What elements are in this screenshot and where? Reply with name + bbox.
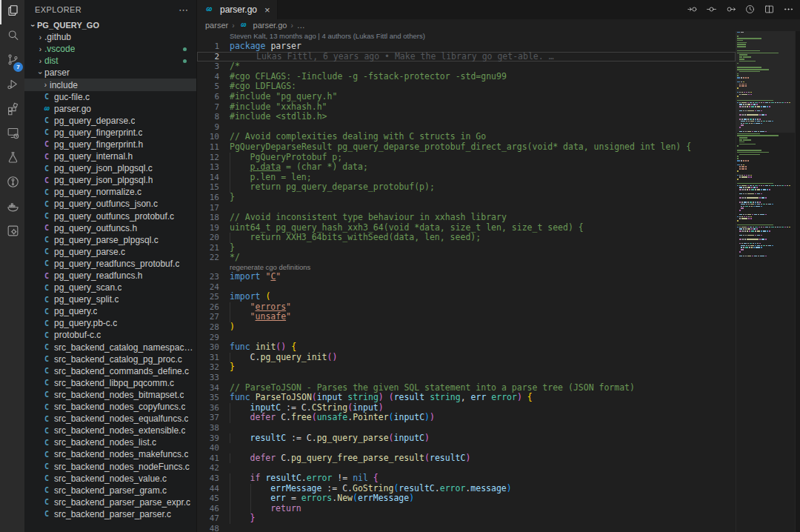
code-line-31[interactable]: 31C.pg_query_init() <box>197 353 736 363</box>
tree-item-src_backend_libpq_pqcomm.c[interactable]: Csrc_backend_libpq_pqcomm.c <box>24 377 196 389</box>
activity-item-testing[interactable] <box>0 147 24 171</box>
code-line-15[interactable]: 15return pg_query_deparse_protobuf(p); <box>197 182 736 193</box>
code-line-23[interactable]: 23import "C" <box>197 272 736 282</box>
open-changes-icon[interactable] <box>687 3 698 16</box>
code-line-24[interactable]: 24 <box>197 282 736 293</box>
tree-item-pg_query_scan.c[interactable]: Cpg_query_scan.c <box>24 282 196 293</box>
tree-item-src_backend_nodes_value.c[interactable]: Csrc_backend_nodes_value.c <box>24 473 196 485</box>
breadcrumb-item-…[interactable]: … <box>297 21 305 30</box>
tree-item-pg_query_deparse.c[interactable]: Cpg_query_deparse.c <box>24 115 196 127</box>
code-line-6[interactable]: 6#include "pg_query.h" <box>197 92 736 102</box>
code-line-48[interactable]: 48 <box>197 524 736 532</box>
tab-close-icon[interactable]: × <box>264 4 270 16</box>
tree-item-src_backend_parser_gram.c[interactable]: Csrc_backend_parser_gram.c <box>24 485 196 496</box>
breadcrumb-item-parser.go[interactable]: GOparser.go <box>239 21 287 30</box>
tree-item-src_backend_nodes_copyfuncs.c[interactable]: Csrc_backend_nodes_copyfuncs.c <box>24 401 196 413</box>
code-line-12[interactable]: 12PgQueryProtobuf p; <box>197 153 736 163</box>
tree-item-src_backend_catalog_pg_proc.c[interactable]: Csrc_backend_catalog_pg_proc.c <box>24 353 196 365</box>
activity-item-source-control[interactable]: 7 <box>0 49 24 73</box>
tree-item-dist[interactable]: ›dist <box>24 55 196 67</box>
toggle-blame-icon[interactable] <box>706 3 717 16</box>
tree-item-src_backend_nodes_equalfuncs.c[interactable]: Csrc_backend_nodes_equalfuncs.c <box>24 413 196 425</box>
tree-item-src_backend_parser_parse_expr.c[interactable]: Csrc_backend_parser_parse_expr.c <box>24 496 196 508</box>
code-line-34[interactable]: 34// ParseToJSON - Parses the given SQL … <box>197 383 736 393</box>
more-actions-icon[interactable] <box>783 3 794 16</box>
code-line-30[interactable]: 30func init() { <box>197 342 736 353</box>
code-line-38[interactable]: 38 <box>197 423 736 433</box>
activity-item-explorer[interactable] <box>0 0 24 24</box>
code-line-25[interactable]: 25import ( <box>197 292 736 302</box>
tree-item-protobuf-c.c[interactable]: Cprotobuf-c.c <box>24 329 196 341</box>
tree-item-pg_query_readfuncs.h[interactable]: Cpg_query_readfuncs.h <box>24 270 196 282</box>
code-line-16[interactable]: 16} <box>197 193 736 203</box>
code-line-33[interactable]: 33 <box>197 373 736 383</box>
code-line-18[interactable]: 18// Avoid inconsistent type behaviour i… <box>197 213 736 223</box>
minimap[interactable] <box>736 31 795 532</box>
tree-item-pg_query.pb-c.c[interactable]: Cpg_query.pb-c.c <box>24 317 196 329</box>
code-line-42[interactable]: 42 <box>197 463 736 473</box>
activity-item-gear-file[interactable] <box>0 220 24 245</box>
code-line-32[interactable]: 32} <box>197 362 736 373</box>
tree-item-pg_query_fingerprint.c[interactable]: Cpg_query_fingerprint.c <box>24 127 196 139</box>
tree-item-pg_query_split.c[interactable]: Cpg_query_split.c <box>24 293 196 305</box>
timeline-icon[interactable] <box>744 3 756 16</box>
tree-item-pg_query_outfuncs_json.c[interactable]: Cpg_query_outfuncs_json.c <box>24 198 196 210</box>
code-line-27[interactable]: 27"unsafe" <box>197 312 736 322</box>
explorer-more-actions-icon[interactable]: ⋯ <box>179 4 189 16</box>
tree-item-.github[interactable]: ›.github <box>24 31 196 43</box>
activity-item-search[interactable] <box>0 24 24 49</box>
tree-item-pg_query_parse_plpgsql.c[interactable]: Cpg_query_parse_plpgsql.c <box>24 234 196 246</box>
tree-item-pg_query_readfuncs_protobuf.c[interactable]: Cpg_query_readfuncs_protobuf.c <box>24 258 196 270</box>
code-line-47[interactable]: 47} <box>197 513 736 524</box>
code-line-3[interactable]: 3/* <box>197 61 736 72</box>
code-line-7[interactable]: 7#include "xxhash.h" <box>197 102 736 113</box>
code-line-11[interactable]: 11PgQueryDeparseResult pg_query_deparse_… <box>197 142 736 153</box>
code-line-4[interactable]: 4#cgo CFLAGS: -Iinclude -g -fstack-prote… <box>197 72 736 82</box>
code-line-17[interactable]: 17 <box>197 203 736 213</box>
tree-item-src_backend_catalog_namespace.c[interactable]: Csrc_backend_catalog_namespace.c <box>24 342 196 353</box>
activity-item-run-debug[interactable] <box>0 73 24 98</box>
tree-item-src_backend_commands_define.c[interactable]: Csrc_backend_commands_define.c <box>24 365 196 377</box>
inline-blame[interactable]: Lukas Fittl, 6 years ago • Make the libr… <box>230 51 554 61</box>
code-line-35[interactable]: 35func ParseToJSON(input string) (result… <box>197 393 736 403</box>
code-line-26[interactable]: 26"errors" <box>197 302 736 313</box>
tree-item-src_backend_nodes_makefuncs.c[interactable]: Csrc_backend_nodes_makefuncs.c <box>24 448 196 460</box>
code-editor[interactable]: Steven Kalt, 13 months ago | 4 authors (… <box>197 31 736 532</box>
code-line-28[interactable]: 28) <box>197 322 736 333</box>
code-line-46[interactable]: 46return <box>197 504 736 514</box>
code-line-13[interactable]: 13p.data = (char *) data; <box>197 162 736 173</box>
code-line-40[interactable]: 40 <box>197 443 736 453</box>
code-line-5[interactable]: 5#cgo LDFLAGS: <box>197 82 736 92</box>
tree-item-src_backend_parser_parser.c[interactable]: Csrc_backend_parser_parser.c <box>24 508 196 520</box>
tree-item-src_backend_nodes_list.c[interactable]: Csrc_backend_nodes_list.c <box>24 436 196 448</box>
tree-item-pg_query.c[interactable]: Cpg_query.c <box>24 305 196 317</box>
code-line-43[interactable]: 43if resultC.error != nil { <box>197 473 736 484</box>
tree-item-pg_query_fingerprint.h[interactable]: Cpg_query_fingerprint.h <box>24 139 196 150</box>
file-history-icon[interactable] <box>725 3 736 16</box>
code-line-2[interactable]: 2Lukas Fittl, 6 years ago • Make the lib… <box>197 52 736 62</box>
tree-item-pg_query_json_plpgsql.c[interactable]: Cpg_query_json_plpgsql.c <box>24 162 196 174</box>
tree-item-src_backend_nodes_nodeFuncs.c[interactable]: Csrc_backend_nodes_nodeFuncs.c <box>24 460 196 472</box>
code-line-39[interactable]: 39resultC := C.pg_query_parse(inputC) <box>197 433 736 444</box>
code-line-21[interactable]: 21} <box>197 243 736 253</box>
code-line-41[interactable]: 41defer C.pg_query_free_parse_result(res… <box>197 453 736 464</box>
code-line-20[interactable]: 20return XXH3_64bits_withSeed(data, len,… <box>197 233 736 243</box>
tree-item-src_backend_nodes_extensible.c[interactable]: Csrc_backend_nodes_extensible.c <box>24 425 196 436</box>
activity-item-gitlens[interactable] <box>0 171 24 196</box>
split-editor-icon[interactable] <box>764 3 775 16</box>
code-line-37[interactable]: 37defer C.free(unsafe.Pointer(inputC)) <box>197 413 736 423</box>
code-line-29[interactable]: 29 <box>197 333 736 343</box>
tree-root-PG_QUERY_GO[interactable]: ›PG_QUERY_GO <box>24 19 196 31</box>
code-line-22[interactable]: 22*/ <box>197 253 736 263</box>
breadcrumb-item-parser[interactable]: parser <box>205 21 228 30</box>
tree-item-pg_query_parse.c[interactable]: Cpg_query_parse.c <box>24 246 196 258</box>
tab-parser.go[interactable]: GOparser.go× <box>197 0 278 19</box>
code-line-9[interactable]: 9 <box>197 122 736 133</box>
tree-item-.vscode[interactable]: ›.vscode <box>24 43 196 55</box>
tree-item-src_backend_nodes_bitmapset.c[interactable]: Csrc_backend_nodes_bitmapset.c <box>24 389 196 401</box>
code-line-14[interactable]: 14p.len = len; <box>197 173 736 183</box>
tree-item-parser.go[interactable]: GOparser.go <box>24 103 196 115</box>
tree-item-pg_query_json_plpgsql.h[interactable]: Cpg_query_json_plpgsql.h <box>24 174 196 186</box>
activity-item-remote-explorer[interactable] <box>0 122 24 147</box>
code-line-19[interactable]: 19uint64_t pg_query_hash_xxh3_64(void *d… <box>197 223 736 233</box>
